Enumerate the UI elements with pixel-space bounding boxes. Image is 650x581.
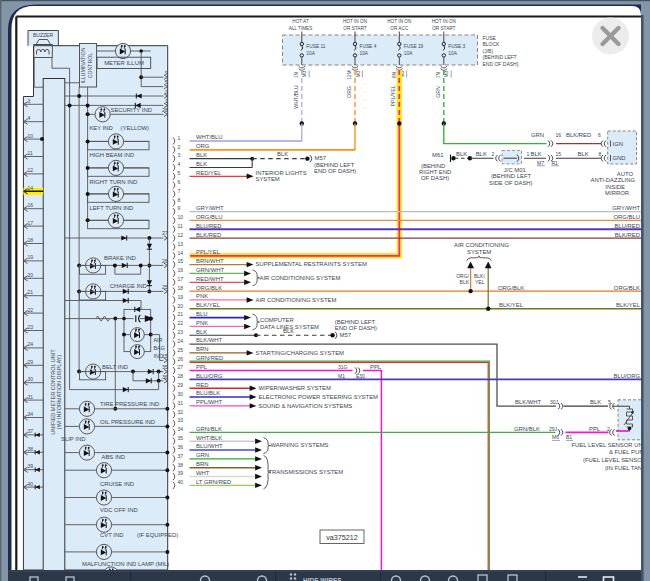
svg-text:RIGHT END: RIGHT END [419,169,451,175]
svg-text:GRN/BLK: GRN/BLK [514,426,540,432]
svg-text:BELT IND: BELT IND [102,364,128,370]
svg-text:4: 4 [178,161,181,167]
svg-text:(J/B): (J/B) [483,48,494,54]
svg-text:AIR: AIR [154,337,163,343]
svg-text:PPL: PPL [196,364,208,370]
svg-text:38: 38 [178,462,184,468]
svg-text:4: 4 [28,115,31,121]
svg-text:29J: 29J [549,426,558,432]
svg-text:GRN: GRN [196,452,209,458]
svg-text:BLK/RED: BLK/RED [566,132,591,138]
svg-text:27: 27 [178,364,184,370]
svg-text:ILLUMINATION: ILLUMINATION [80,47,86,83]
svg-text:10A: 10A [448,51,457,56]
svg-text:29: 29 [28,359,34,365]
svg-text:BLK/YEL: BLK/YEL [196,302,221,308]
svg-text:WIPER/WASHER SYSTEM: WIPER/WASHER SYSTEM [259,385,332,391]
svg-text:ORG: ORG [346,86,352,98]
svg-text:17: 17 [28,220,34,226]
svg-text:STARTING/CHARGING SYSTEM: STARTING/CHARGING SYSTEM [256,350,345,356]
svg-text:17: 17 [178,276,184,282]
svg-text:ORG/BLU: ORG/BLU [196,214,223,220]
svg-text:22: 22 [28,307,34,313]
svg-text:(W/ INFORMATION DISPLAY): (W/ INFORMATION DISPLAY) [56,355,62,430]
svg-text:GRN: GRN [435,86,441,98]
svg-text:HOT IN ON: HOT IN ON [387,19,411,24]
svg-text:M6: M6 [552,434,559,440]
svg-text:1: 1 [527,151,530,157]
svg-text:20: 20 [178,303,184,309]
svg-text:M61: M61 [432,152,443,158]
svg-text:GND: GND [613,155,626,161]
svg-text:MALFUNCTION IND LAMP (MIL): MALFUNCTION IND LAMP (MIL) [82,561,169,567]
svg-text:BLU/ORG: BLU/ORG [196,373,223,379]
svg-text:B1: B1 [566,434,572,440]
svg-text:BRN/WHT: BRN/WHT [196,258,224,264]
svg-text:37: 37 [178,453,184,459]
svg-text:RIGHT TURN IND: RIGHT TURN IND [89,179,137,185]
svg-text:M7: M7 [537,160,544,166]
svg-text:GRN/RED: GRN/RED [196,355,223,361]
svg-text:AIR CONDITIONING SYSTEM: AIR CONDITIONING SYSTEM [256,297,337,303]
svg-text:PPL: PPL [589,426,601,432]
svg-text:PNK: PNK [196,320,208,326]
svg-text:(FUEL LEVEL SENSOR): (FUEL LEVEL SENSOR) [583,457,648,463]
svg-text:TRANSMISSIONS SYSTEM: TRANSMISSIONS SYSTEM [269,469,344,475]
svg-text:WHT/BLU: WHT/BLU [293,85,299,109]
svg-text:MIRROR: MIRROR [605,190,629,196]
svg-text:11: 11 [178,223,183,229]
svg-text:20: 20 [28,272,34,278]
svg-text:21: 21 [178,311,184,317]
svg-text:28: 28 [178,373,184,379]
svg-text:TIRE PRESSURE IND: TIRE PRESSURE IND [100,401,159,407]
svg-text:31G: 31G [338,364,348,370]
svg-text:27: 27 [162,230,168,236]
svg-text:33: 33 [178,417,184,423]
svg-text:SYSTEM: SYSTEM [467,249,491,255]
svg-text:5: 5 [165,79,168,85]
svg-text:10: 10 [28,133,34,139]
svg-text:SUPPLEMENTAL RESTRAINTS SYSTEM: SUPPLEMENTAL RESTRAINTS SYSTEM [256,261,367,267]
svg-text:END OF DASH): END OF DASH) [483,61,519,67]
svg-text:BLK: BLK [531,151,542,157]
svg-text:GRY/WHT: GRY/WHT [612,205,640,211]
svg-text:OF DASH): OF DASH) [421,175,449,181]
svg-text:6: 6 [598,132,601,138]
svg-text:3: 3 [178,152,181,158]
svg-text:25: 25 [162,284,168,290]
svg-text:HIDE WIRES: HIDE WIRES [303,577,342,581]
svg-text:END OF DASH): END OF DASH) [335,325,377,331]
svg-text:6: 6 [178,179,181,185]
svg-text:ORG/BLK: ORG/BLK [614,285,640,291]
svg-text:GRN: GRN [531,132,544,138]
svg-text:5: 5 [178,170,181,176]
svg-text:M3: M3 [444,70,449,77]
svg-text:HOT IN ON: HOT IN ON [343,19,367,24]
svg-text:34: 34 [178,426,184,432]
svg-text:12M: 12M [347,70,352,79]
svg-text:26: 26 [178,356,184,362]
svg-text:BRAKE IND: BRAKE IND [104,255,136,261]
svg-text:HOT IN ON: HOT IN ON [432,19,456,24]
svg-text:AUTO: AUTO [617,171,634,177]
svg-text:M1: M1 [338,373,345,379]
svg-text:26: 26 [162,258,168,264]
svg-text:BLK: BLK [196,161,207,167]
svg-text:KEY IND: KEY IND [89,125,112,131]
svg-text:31: 31 [28,394,34,400]
svg-text:BLU/RED: BLU/RED [614,223,640,229]
svg-text:CVT IND: CVT IND [100,532,123,538]
svg-text:BLU/ORG: BLU/ORG [613,373,640,379]
svg-text:ORG/BLK: ORG/BLK [196,285,222,291]
svg-text:14: 14 [28,185,34,191]
svg-text:R1: R1 [552,160,559,166]
svg-text:GRN/BLK: GRN/BLK [196,426,222,432]
svg-text:BRN: BRN [196,461,208,467]
svg-text:10: 10 [178,214,184,220]
svg-text:32: 32 [178,409,184,415]
svg-text:22: 22 [178,320,184,326]
svg-text:E30: E30 [356,373,365,379]
svg-text:ORG: ORG [196,143,210,149]
svg-text:12: 12 [178,232,184,238]
svg-text:10A: 10A [360,51,369,56]
